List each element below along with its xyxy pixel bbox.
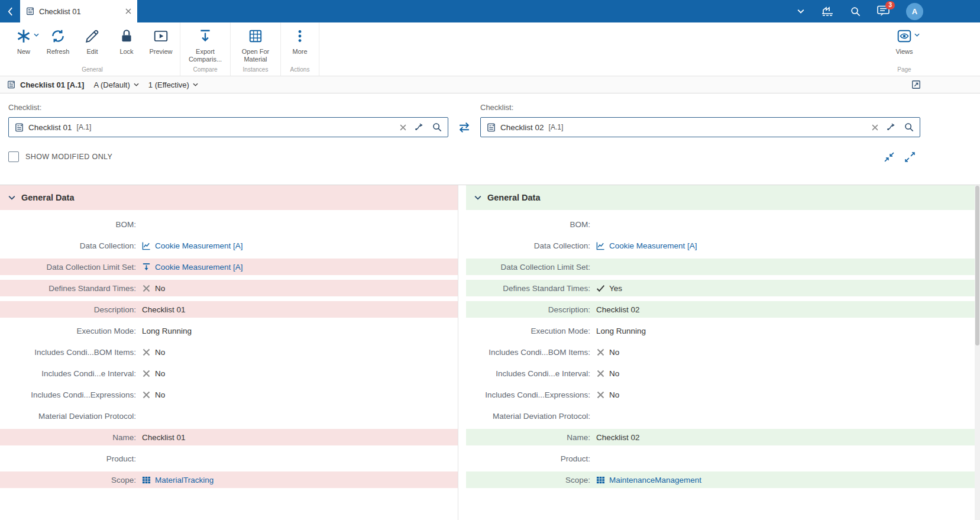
toolbar-group-label: General: [7, 64, 178, 76]
row-value-link[interactable]: Cookie Measurement [A]: [609, 241, 697, 250]
scope-grid-icon: [596, 476, 605, 485]
clear-icon[interactable]: [872, 124, 878, 131]
limit-set-icon: [142, 263, 151, 272]
comparison-row: Description:Checklist 01: [0, 301, 458, 318]
row-value: Cookie Measurement [A]: [136, 241, 243, 250]
section-general-data-right[interactable]: General Data: [466, 185, 975, 210]
related-entity-icon[interactable]: [415, 122, 424, 132]
row-value-link[interactable]: Cookie Measurement [A]: [155, 241, 243, 250]
comparison-row: Scope:MaintenanceManagement: [466, 471, 975, 488]
comparison-row: Execution Mode:Long Running: [0, 322, 458, 339]
expand-all-icon[interactable]: [905, 152, 915, 162]
lookup-version: [A.1]: [77, 123, 92, 131]
toolbar-group-label: Instances: [232, 64, 279, 76]
toolbar-button-views[interactable]: Views: [887, 22, 921, 64]
chevron-down-icon[interactable]: [797, 9, 804, 14]
comparison-row: Includes Condi...Expressions:No: [466, 386, 975, 403]
tab-title: Checklist 01: [39, 7, 121, 16]
collapse-all-icon[interactable]: [884, 152, 894, 162]
row-value: Checklist 01: [136, 305, 186, 314]
comparison-row: Data Collection Limit Set:: [466, 259, 975, 275]
toolbar-button-refresh[interactable]: Refresh: [41, 22, 75, 64]
search-icon[interactable]: [850, 7, 861, 17]
comparison-row: Includes Condi...Expressions:No: [0, 386, 458, 403]
open-in-dialog-icon[interactable]: [911, 80, 921, 89]
avatar[interactable]: A: [906, 3, 923, 20]
scrollbar-thumb[interactable]: [975, 186, 979, 345]
rows-right: BOM:Data Collection:Cookie Measurement […: [466, 210, 975, 488]
row-label: Includes Condi...e Interval:: [466, 369, 590, 378]
show-modified-checkbox[interactable]: [8, 151, 19, 162]
picker-right: Checklist: Checklist 02 [A.1]: [480, 103, 920, 137]
toolbar-group-compare: Export Comparis...Compare: [180, 22, 231, 76]
toolbar-button-export-comparis[interactable]: Export Comparis...: [182, 22, 228, 64]
toolbar-button-label: Edit: [87, 48, 98, 56]
toolbar-group-instances: Open For MaterialInstances: [231, 22, 281, 76]
related-entity-icon[interactable]: [887, 122, 896, 132]
refresh-icon: [50, 28, 66, 44]
section-general-data-left[interactable]: General Data: [0, 185, 458, 210]
row-value-link[interactable]: MaintenanceManagement: [609, 476, 701, 485]
row-value-link[interactable]: Cookie Measurement [A]: [155, 263, 243, 272]
comparison-row: Execution Mode:Long Running: [466, 322, 975, 339]
search-icon[interactable]: [904, 122, 914, 132]
toolbar-button-preview[interactable]: Preview: [144, 22, 178, 64]
factory-icon[interactable]: [821, 6, 834, 17]
chart-icon: [142, 241, 151, 250]
views-icon: [897, 28, 912, 44]
row-label: Scope:: [0, 476, 136, 485]
open-material-icon: [248, 28, 263, 44]
panel-right: General Data BOM:Data Collection:Cookie …: [466, 185, 975, 520]
comparison-row: Product:: [466, 450, 975, 467]
lookup-value: Checklist 01: [28, 123, 72, 132]
row-value-text: No: [155, 369, 165, 378]
swap-icon[interactable]: [457, 122, 471, 133]
messages-button[interactable]: 3: [877, 5, 890, 18]
edit-icon: [85, 28, 100, 44]
checklist-lookup-right[interactable]: Checklist 02 [A.1]: [480, 117, 920, 137]
toolbar-button-open-for-material[interactable]: Open For Material: [232, 22, 279, 64]
toolbar-button-label: Refresh: [47, 48, 70, 56]
row-label: Material Deviation Protocol:: [466, 412, 590, 421]
topbar: Checklist 01 3 A: [0, 0, 980, 22]
revision-dropdown[interactable]: 1 (Effective): [148, 80, 198, 89]
comparison-row: BOM:: [0, 216, 458, 232]
no-icon: [142, 369, 151, 378]
topbar-actions: 3 A: [797, 0, 923, 22]
vertical-scrollbar[interactable]: [975, 185, 980, 520]
close-icon[interactable]: [125, 8, 131, 14]
row-label: BOM:: [466, 220, 590, 229]
messages-badge: 3: [885, 1, 895, 9]
comparison-row: Defines Standard Times:No: [0, 280, 458, 296]
search-icon[interactable]: [432, 122, 442, 132]
chevron-down-icon: [134, 83, 139, 86]
tab-checklist-01[interactable]: Checklist 01: [20, 0, 137, 22]
panel-expand-controls: [884, 152, 915, 162]
clear-icon[interactable]: [400, 124, 406, 131]
revision-label: 1 (Effective): [148, 80, 189, 89]
toolbar-group-actions: MoreActions: [281, 22, 319, 76]
row-value-text: No: [609, 390, 619, 399]
row-value: MaterialTracking: [136, 476, 214, 485]
toolbar-button-new[interactable]: New: [7, 22, 41, 64]
no-icon: [596, 369, 605, 378]
checklist-lookup-left[interactable]: Checklist 01 [A.1]: [8, 117, 448, 137]
toolbar-button-more[interactable]: More: [283, 22, 317, 64]
swap-wrap: [448, 117, 480, 137]
comparison-row: Name:Checklist 01: [0, 429, 458, 445]
row-value-text: No: [155, 348, 165, 357]
row-label: Scope:: [466, 476, 590, 485]
row-label: Defines Standard Times:: [0, 284, 136, 293]
back-button[interactable]: [0, 0, 20, 22]
toolbar-button-edit[interactable]: Edit: [75, 22, 109, 64]
row-value-link[interactable]: MaterialTracking: [155, 476, 214, 485]
toolbar-groups: NewRefreshEditLockPreviewGeneralExport C…: [5, 22, 319, 76]
toolbar-button-lock[interactable]: Lock: [109, 22, 144, 64]
show-modified-only-toggle[interactable]: SHOW MODIFIED ONLY: [8, 151, 112, 162]
row-value: No: [590, 369, 619, 378]
row-value: Cookie Measurement [A]: [590, 241, 697, 250]
toolbar-group-label: Actions: [283, 64, 317, 76]
yes-icon: [596, 284, 605, 293]
row-label: Includes Condi...e Interval:: [0, 369, 136, 378]
version-dropdown[interactable]: A (Default): [93, 80, 138, 89]
